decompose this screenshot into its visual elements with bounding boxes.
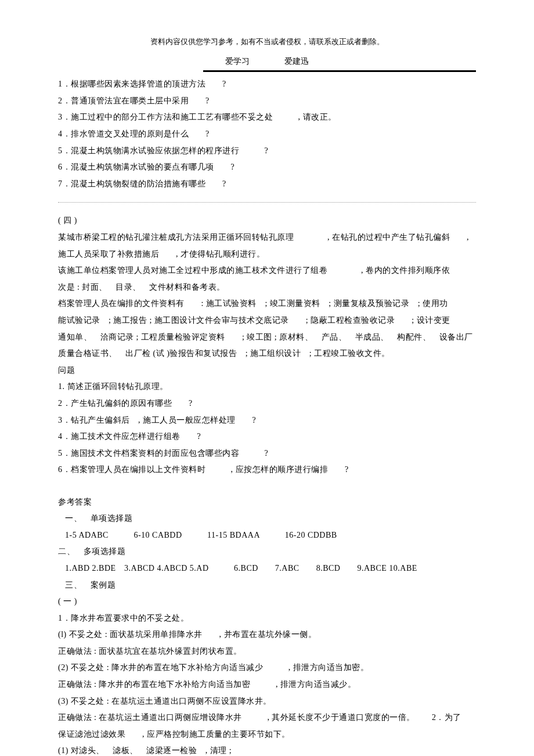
q1-5: 5．混凝土构筑物满水试验应依据怎样的程序进行 ?: [58, 143, 476, 159]
answers-s1-title: 一、 单项选择题: [58, 511, 476, 527]
q1-2: 2．普通顶管法宜在哪类土层中采用 ?: [58, 93, 476, 109]
answers-s3-l3: 正确做法 : 面状基坑宜在基坑外缘置封闭状布置。: [58, 644, 476, 660]
q1-4: 4．排水管道交叉处理的原则是什么 ?: [58, 127, 476, 142]
q1-7: 7．混凝土构筑物裂缝的防治措施有哪些 ?: [58, 177, 476, 192]
case-block-4: ( 四 ) 某城市桥梁工程的钻孔灌注桩成孔方法采用正循环回转钻孔原理 , 在钻孔…: [58, 213, 476, 478]
answers-s3-l9: (1) 对滤头、 滤板、 滤梁逐一检验 , 清理 ;: [58, 743, 476, 756]
case4-q4: 4．施工技术文件应怎样进行组卷 ?: [58, 429, 476, 445]
question-block-1: 1．根据哪些因素来选择管道的顶进方法 ? 2．普通顶管法宜在哪类土层中采用 ? …: [58, 77, 476, 192]
case4-p1: 某城市桥梁工程的钻孔灌注桩成孔方法采用正循环回转钻孔原理 , 在钻孔的过程中产生…: [58, 230, 476, 246]
answers-block: 参考答案 一、 单项选择题 1-5 ADABC 6-10 CABDD 11-15…: [58, 495, 476, 756]
case4-p2: 施工人员采取了补救措施后 , 才使得钻孔顺利进行。: [58, 247, 476, 262]
answers-s3-l1: 1．降水井布置要求中的不妥之处。: [58, 611, 476, 627]
header-title-2: 爱建迅: [284, 54, 309, 70]
answers-s2-content: 1.ABD 2.BDE 3.ABCD 4.ABCD 5.AD 6.BCD 7.A…: [58, 561, 476, 577]
answers-s3-l8: 保证滤池过滤效果 , 应严格控制施工质量的主要环节如下。: [58, 727, 476, 743]
case4-q5: 5．施国技术文件档案资料的封面应包含哪些内容 ?: [58, 446, 476, 462]
case4-p3: 该施工单位档案管理人员对施工全过程中形成的施工枝术文件进行了组卷 , 卷内的文件…: [58, 263, 476, 279]
answers-s3-l2: (l) 不妥之处 : 面状基坑采用单排降水井 , 并布置在基坑外缘一侧。: [58, 627, 476, 643]
answers-s1-content: 1-5 ADABC 6-10 CABDD 11-15 BDAAA 16-20 C…: [58, 528, 476, 543]
answers-s3-l7: 正确做法 : 在基坑运土通道出口两侧应增设降水井 , 其外延长度不少于通道口宽度…: [58, 710, 476, 726]
case4-p8: 质量合格证书、 出厂检 (试 )验报告和复试报告 ; 施工组织设计 ; 工程竣工…: [58, 346, 476, 362]
answers-s3-l6: (3) 不妥之处 : 在基坑运土通道出口两侧不应设置降水井。: [58, 694, 476, 710]
q1-3: 3．施工过程中的部分工作方法和施工工艺有哪些不妥之处 , 请改正。: [58, 110, 476, 125]
dotted-divider: [58, 202, 476, 203]
answers-s3-l4: (2) 不妥之处 : 降水井的布置在地下水补给方向适当减少 , 排泄方向适当加密…: [58, 660, 476, 676]
answers-s3-l5: 正确做法 : 降水井的布置在地下水补给方向适当加密 , 排泄方向适当减少。: [58, 677, 476, 693]
answers-s3-title: 三、 案例题: [58, 578, 476, 593]
case4-q6: 6．档案管理人员在编排以上文件资料时 , 应按怎样的顺序进行编排 ?: [58, 462, 476, 478]
case4-p4: 次是 : 封面、 目录、 文件材料和备考表。: [58, 280, 476, 296]
answers-s2-title: 二、 多项选择题: [58, 544, 476, 560]
case4-question-heading: 问题: [58, 363, 476, 379]
case4-q3: 3．钻孔产生偏斜后 , 施工人员一般应怎样处理 ?: [58, 413, 476, 429]
case4-p5: 档案管理人员在编排的文件资料有 : 施工试验资料 ; 竣工测量资料 ; 测量复核…: [58, 296, 476, 312]
answers-s3-subheading: ( 一 ): [58, 594, 476, 610]
header-title-1: 爱学习: [225, 54, 250, 70]
q1-6: 6．混凝土构筑物满水试验的要点有哪几项 ?: [58, 160, 476, 175]
header-titles: 爱学习 爱建迅: [58, 54, 476, 70]
case4-p7: 通知单、 洽商记录 ; 工程质量检验评定资料 ; 竣工图 ; 原材料、 产品、 …: [58, 330, 476, 345]
q1-1: 1．根据哪些因素来选择管道的顶进方法 ?: [58, 77, 476, 92]
case4-p6: 能试验记录 ; 施工报告 ; 施工图设计文件会审与技术交底记录 ; 隐蔽工程检查…: [58, 313, 476, 329]
case4-heading: ( 四 ): [58, 213, 476, 229]
header-underline: [203, 70, 476, 72]
case4-q2: 2．产生钻孔偏斜的原因有哪些 ?: [58, 396, 476, 412]
case4-q1: 1. 简述正循环回转钻孔原理。: [58, 379, 476, 395]
disclaimer-text: 资料内容仅供您学习参考，如有不当或者侵权，请联系改正或者删除。: [58, 35, 476, 49]
answers-heading: 参考答案: [58, 495, 476, 510]
